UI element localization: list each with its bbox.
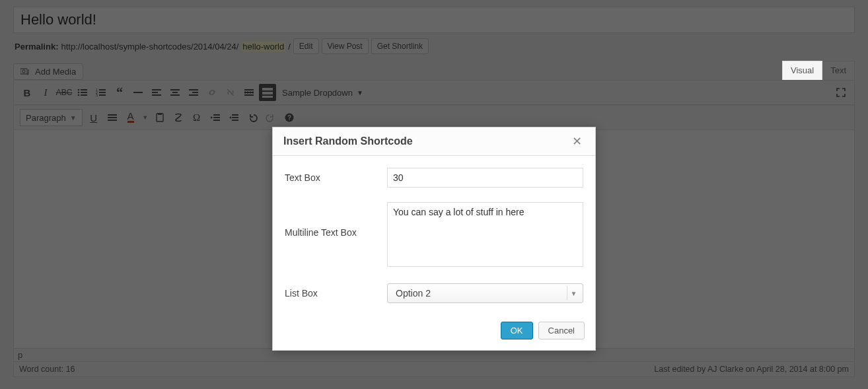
multiline-label: Multiline Text Box: [285, 202, 387, 238]
listbox-label: List Box: [285, 288, 387, 299]
listbox-select[interactable]: Option 2 ▼: [387, 283, 583, 303]
modal-footer: OK Cancel: [273, 315, 595, 350]
textbox-input[interactable]: [387, 168, 583, 188]
tab-visual[interactable]: Visual: [782, 61, 822, 80]
modal-header: Insert Random Shortcode ✕: [273, 127, 595, 156]
listbox-selected-value: Option 2: [396, 288, 431, 299]
ok-button[interactable]: OK: [501, 322, 533, 339]
insert-shortcode-modal: Insert Random Shortcode ✕ Text Box Multi…: [272, 127, 596, 351]
multiline-textarea[interactable]: [387, 202, 583, 267]
textbox-label: Text Box: [285, 172, 387, 183]
modal-title: Insert Random Shortcode: [283, 135, 413, 147]
modal-body: Text Box Multiline Text Box List Box Opt…: [273, 156, 595, 315]
chevron-down-icon: ▼: [567, 286, 580, 301]
close-icon[interactable]: ✕: [569, 134, 585, 149]
cancel-button[interactable]: Cancel: [538, 322, 585, 339]
